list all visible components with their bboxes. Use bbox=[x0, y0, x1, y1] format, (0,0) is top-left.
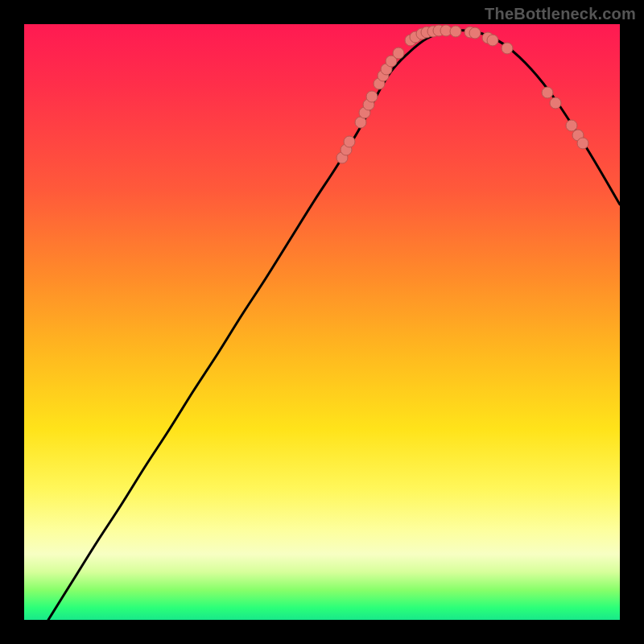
data-point bbox=[577, 138, 588, 149]
curve-layer bbox=[24, 24, 620, 620]
bottleneck-curve bbox=[48, 31, 620, 620]
data-point bbox=[344, 136, 355, 147]
data-point bbox=[502, 43, 513, 54]
data-points bbox=[336, 25, 588, 163]
chart-stage: TheBottleneck.com bbox=[0, 0, 644, 644]
data-point bbox=[542, 87, 553, 98]
data-point bbox=[550, 97, 561, 109]
plot-area bbox=[24, 24, 620, 620]
data-point bbox=[393, 47, 404, 59]
data-point bbox=[566, 120, 577, 131]
watermark-text: TheBottleneck.com bbox=[485, 5, 636, 23]
data-point bbox=[469, 27, 481, 39]
data-point bbox=[450, 26, 461, 37]
data-point bbox=[366, 91, 378, 102]
data-point bbox=[487, 35, 498, 46]
